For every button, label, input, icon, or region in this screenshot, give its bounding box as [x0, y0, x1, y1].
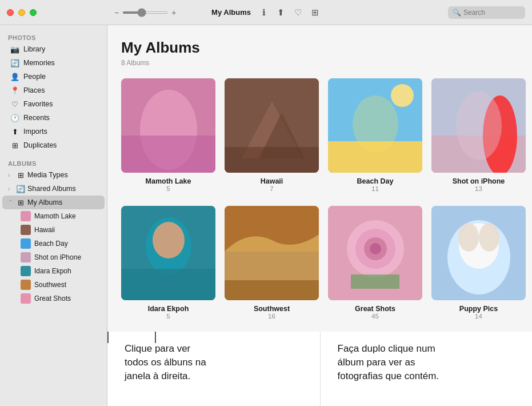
minimize-button[interactable] — [18, 9, 25, 16]
shared-albums-icon: 🔄 — [16, 184, 25, 193]
annotation-left: Clique para vertodos os álbuns najanela … — [107, 332, 320, 406]
album-item-hawaii[interactable]: Hawaii 7 — [225, 78, 319, 192]
album-item-southwest[interactable]: Southwest 16 — [225, 206, 319, 320]
chevron-down-icon: › — [8, 200, 14, 205]
memories-icon: 🔄 — [10, 58, 19, 67]
album-item-beach-day[interactable]: Beach Day 11 — [328, 78, 422, 192]
sidebar-item-recents[interactable]: 🕐 Recents — [2, 111, 105, 125]
sidebar-item-memories[interactable]: 🔄 Memories — [2, 56, 105, 70]
svg-point-32 — [479, 223, 499, 252]
sidebar-subitem-great-shots[interactable]: Great Shots — [2, 292, 105, 305]
sidebar: Photos 📷 Library 🔄 Memories 👤 People 📍 P… — [0, 25, 107, 406]
album-name: Puppy Pics — [459, 305, 498, 313]
album-thumbnail — [431, 78, 526, 173]
page-title: My Albums — [121, 39, 518, 57]
sidebar-item-imports[interactable]: ⬆ Imports — [2, 125, 105, 138]
album-count: 5 — [166, 185, 170, 192]
main-content: My Albums 8 Albums Mamoth Lake 5 — [107, 25, 532, 332]
sidebar-group-label: Media Types — [27, 171, 68, 179]
album-name: Hawaii — [261, 177, 283, 185]
add-to-album-icon[interactable]: ⊞ — [310, 7, 321, 18]
album-item-mamoth-lake[interactable]: Mamoth Lake 5 — [121, 78, 215, 192]
album-count: 16 — [268, 313, 275, 320]
albums-grid: Mamoth Lake 5 Hawaii 7 — [121, 78, 518, 331]
svg-rect-18 — [121, 269, 215, 300]
album-count: 14 — [475, 313, 482, 320]
sidebar-item-duplicates[interactable]: ⊞ Duplicates — [2, 138, 105, 152]
svg-rect-6 — [225, 147, 319, 173]
sidebar-section-albums: Albums — [0, 157, 107, 168]
sidebar-subitem-label: Mamoth Lake — [34, 212, 76, 220]
search-box[interactable]: 🔍 — [448, 6, 525, 19]
sidebar-group-shared-albums[interactable]: › 🔄 Shared Albums — [2, 182, 105, 196]
places-icon: 📍 — [10, 86, 19, 95]
album-thumb-mini — [21, 280, 31, 290]
sidebar-subitem-mamoth-lake[interactable]: Mamoth Lake — [2, 209, 105, 223]
album-count: 5 — [166, 313, 170, 320]
titlebar-icons: ℹ ⬆ ♡ ⊞ — [259, 7, 321, 18]
sidebar-item-label: Imports — [23, 128, 99, 136]
album-thumbnail — [121, 78, 215, 173]
album-name: Beach Day — [357, 177, 394, 185]
zoom-out-button[interactable]: − — [114, 8, 119, 17]
sidebar-subitem-label: Southwest — [34, 281, 66, 289]
sidebar-item-favorites[interactable]: ♡ Favorites — [2, 97, 105, 111]
zoom-in-button[interactable]: + — [171, 8, 176, 17]
maximize-button[interactable] — [30, 9, 37, 16]
sidebar-subitem-label: Great Shots — [34, 294, 71, 302]
sidebar-item-places[interactable]: 📍 Places — [2, 83, 105, 97]
album-item-idara-ekpoh[interactable]: Idara Ekpoh 5 — [121, 206, 215, 320]
svg-rect-21 — [225, 280, 319, 300]
album-thumb-mini — [21, 293, 31, 304]
sidebar-subitem-label: Beach Day — [34, 240, 68, 248]
sidebar-item-library[interactable]: 📷 Library — [2, 42, 105, 56]
callout-line-left — [155, 332, 156, 343]
duplicates-icon: ⊞ — [10, 141, 19, 150]
sidebar-group-my-albums[interactable]: › ⊞ My Albums — [2, 196, 105, 209]
svg-point-26 — [370, 243, 381, 254]
album-count: 13 — [475, 185, 482, 192]
album-item-great-shots[interactable]: Great Shots 45 — [328, 206, 422, 320]
album-name: Shot on iPhone — [453, 177, 505, 185]
favorites-icon: ♡ — [10, 99, 19, 109]
svg-point-14 — [456, 91, 502, 160]
sidebar-item-label: Recents — [23, 114, 99, 122]
sidebar-subitem-idara-ekpoh[interactable]: Idara Ekpoh — [2, 264, 105, 278]
chevron-right-icon: › — [8, 186, 14, 192]
annotation-overlay: Clique para vertodos os álbuns najanela … — [107, 332, 532, 406]
albums-count: 8 Albums — [121, 59, 518, 67]
svg-rect-27 — [351, 274, 399, 289]
album-item-shot-on-iphone[interactable]: Shot on iPhone 13 — [431, 78, 526, 192]
favorite-icon[interactable]: ♡ — [293, 7, 303, 18]
share-icon[interactable]: ⬆ — [276, 7, 286, 18]
traffic-lights — [7, 9, 37, 16]
search-icon: 🔍 — [453, 9, 461, 17]
album-thumb-mini — [21, 238, 31, 249]
chevron-right-icon: › — [8, 172, 14, 178]
sidebar-item-label: People — [23, 73, 99, 81]
sidebar-subitem-hawaii[interactable]: Hawaii — [2, 223, 105, 237]
info-icon[interactable]: ℹ — [259, 7, 269, 18]
search-input[interactable] — [463, 9, 521, 17]
sidebar-group-media-types[interactable]: › ⊞ Media Types — [2, 168, 105, 182]
recents-icon: 🕐 — [10, 113, 19, 122]
callout-line-right — [107, 332, 109, 343]
album-thumbnail — [225, 206, 319, 300]
album-thumb-mini — [21, 225, 31, 235]
zoom-slider[interactable] — [122, 11, 168, 14]
sidebar-subitem-shot-on-iphone[interactable]: Shot on iPhone — [2, 250, 105, 264]
sidebar-item-label: Library — [23, 45, 99, 53]
sidebar-subitem-southwest[interactable]: Southwest — [2, 278, 105, 292]
annotation-text-left: Clique para vertodos os álbuns najanela … — [125, 342, 206, 383]
sidebar-subitem-beach-day[interactable]: Beach Day — [2, 237, 105, 250]
people-icon: 👤 — [10, 72, 19, 81]
album-name: Idara Ekpoh — [148, 305, 189, 313]
album-name: Great Shots — [355, 305, 395, 313]
svg-point-17 — [153, 222, 185, 258]
sidebar-item-people[interactable]: 👤 People — [2, 70, 105, 83]
close-button[interactable] — [7, 9, 14, 16]
svg-rect-2 — [121, 136, 215, 173]
album-item-puppy-pics[interactable]: Puppy Pics 14 — [431, 206, 526, 320]
sidebar-subitem-label: Idara Ekpoh — [34, 267, 71, 275]
album-thumbnail — [328, 78, 422, 173]
